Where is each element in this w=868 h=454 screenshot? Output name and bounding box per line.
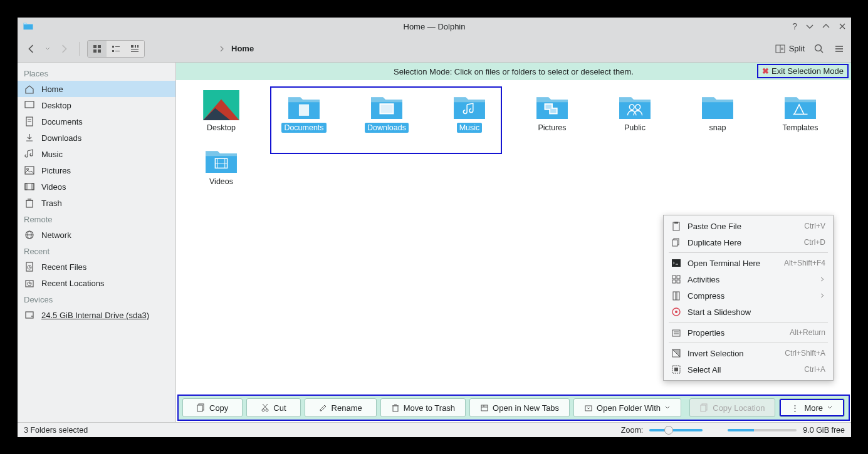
file-item-music[interactable]: Music: [439, 90, 499, 133]
back-button[interactable]: [24, 39, 39, 59]
sidebar-item-label: Recent Locations: [41, 279, 104, 288]
svg-rect-26: [25, 167, 34, 174]
file-item-templates[interactable]: Templates: [770, 90, 830, 133]
open-in-new-tabs-button[interactable]: Open in New Tabs: [469, 398, 570, 417]
svg-rect-31: [26, 200, 33, 207]
rename-button[interactable]: Rename: [305, 398, 377, 417]
sidebar-item-downloads[interactable]: Downloads: [18, 130, 175, 146]
menu-item-compress[interactable]: Compress: [664, 287, 833, 304]
menu-item-activities[interactable]: Activities: [664, 271, 833, 287]
menu-item-invert-selection[interactable]: Invert SelectionCtrl+Shift+A: [664, 345, 833, 361]
file-item-snap[interactable]: snap: [688, 90, 748, 133]
file-item-pictures[interactable]: Pictures: [522, 90, 582, 133]
svg-rect-67: [481, 405, 488, 411]
downloads-icon: [24, 132, 35, 143]
svg-line-62: [263, 404, 268, 409]
cut-button[interactable]: Cut: [246, 398, 300, 417]
svg-rect-74: [674, 222, 678, 224]
svg-point-86: [675, 311, 677, 313]
breadcrumb-home[interactable]: Home: [231, 44, 254, 53]
menu-item-select-all[interactable]: Select AllCtrl+A: [664, 361, 833, 378]
sidebar-item-label: Music: [41, 150, 63, 159]
sidebar-header: Recent: [18, 243, 175, 259]
sidebar-item-desktop[interactable]: Desktop: [18, 97, 175, 113]
breadcrumb[interactable]: Home: [219, 44, 254, 53]
forward-button[interactable]: [56, 39, 71, 59]
menu-item-properties[interactable]: PropertiesAlt+Return: [664, 324, 833, 341]
breadcrumb-separator-icon: [219, 46, 225, 52]
file-item-documents[interactable]: Documents: [274, 90, 334, 133]
sidebar-item-label: Documents: [41, 117, 83, 126]
sidebar-item-label: Trash: [41, 199, 62, 208]
search-button[interactable]: [813, 43, 825, 54]
menu-shortcut: Ctrl+D: [804, 238, 825, 247]
file-item-desktop[interactable]: Desktop: [191, 90, 251, 133]
sidebar-item-24-5-gib-internal-drive-sda3-[interactable]: 24.5 GiB Internal Drive (sda3): [18, 307, 175, 323]
sidebar-item-label: Home: [41, 85, 63, 94]
sidebar-item-network[interactable]: Network: [18, 227, 175, 243]
menu-item-paste-one-file[interactable]: Paste One FileCtrl+V: [664, 218, 833, 234]
folder-icon: [782, 90, 818, 120]
sidebar-item-trash[interactable]: Trash: [18, 195, 175, 211]
svg-rect-7: [115, 51, 120, 51]
minimize-button[interactable]: [806, 23, 813, 30]
menu-item-label: Select All: [688, 365, 798, 374]
selectall-icon: [671, 364, 681, 374]
file-item-videos[interactable]: Videos: [191, 144, 251, 187]
compact-view-button[interactable]: [107, 41, 125, 57]
menu-item-open-terminal-here[interactable]: Open Terminal HereAlt+Shift+F4: [664, 255, 833, 271]
details-view-button[interactable]: [125, 41, 144, 57]
file-label: Videos: [207, 177, 236, 187]
close-button[interactable]: [839, 23, 846, 30]
split-button[interactable]: Split: [775, 44, 805, 54]
sidebar-item-pictures[interactable]: Pictures: [18, 162, 175, 178]
zoom-slider[interactable]: [649, 429, 703, 431]
menu-item-label: Duplicate Here: [688, 238, 798, 247]
icons-view-button[interactable]: [88, 41, 107, 57]
svg-rect-12: [131, 51, 139, 52]
sidebar-header: Remote: [18, 211, 175, 227]
maximize-button[interactable]: [822, 23, 830, 30]
folder-icon: [534, 90, 570, 120]
sidebar-item-label: Downloads: [41, 133, 81, 143]
copy-button[interactable]: Copy: [182, 398, 243, 417]
file-label: Templates: [780, 123, 821, 133]
sidebar-item-home[interactable]: Home: [18, 81, 175, 97]
more-button[interactable]: ⋮More: [779, 398, 845, 417]
svg-rect-46: [380, 105, 392, 113]
move-to-trash-button[interactable]: Move to Trash: [380, 398, 466, 417]
menu-item-start-a-slideshow[interactable]: Start a Slideshow: [664, 304, 833, 320]
svg-point-60: [262, 409, 264, 411]
help-button[interactable]: ?: [792, 21, 797, 31]
sidebar-item-recent-files[interactable]: Recent Files: [18, 259, 175, 275]
view-mode-group: [87, 40, 145, 58]
menu-item-duplicate-here[interactable]: Duplicate HereCtrl+D: [664, 234, 833, 250]
file-label: Pictures: [535, 123, 568, 133]
svg-rect-64: [393, 406, 398, 411]
file-item-downloads[interactable]: Downloads: [357, 90, 417, 133]
svg-rect-76: [672, 240, 677, 246]
close-icon: ✖: [762, 66, 769, 76]
sidebar-item-label: Pictures: [41, 166, 71, 175]
sidebar-item-music[interactable]: Music: [18, 146, 175, 162]
exit-selection-button[interactable]: ✖ Exit Selection Mode: [757, 64, 849, 78]
paste-icon: [671, 221, 681, 231]
svg-rect-44: [299, 105, 308, 115]
svg-rect-9: [135, 45, 136, 48]
open-folder-with-button[interactable]: Open Folder With: [573, 398, 681, 417]
sidebar-item-videos[interactable]: Videos: [18, 178, 175, 195]
drive-icon: [24, 309, 35, 321]
svg-rect-87: [672, 330, 680, 336]
hamburger-menu-button[interactable]: [834, 43, 845, 54]
sidebar-item-label: Desktop: [41, 101, 71, 110]
sidebar-item-recent-locations[interactable]: Recent Locations: [18, 275, 175, 291]
window-title: Home — Dolphin: [404, 22, 466, 31]
file-label: snap: [706, 123, 728, 133]
svg-rect-70: [585, 406, 592, 411]
places-panel: PlacesHomeDesktopDocumentsDownloadsMusic…: [18, 63, 176, 422]
folder-icon: [286, 90, 322, 120]
file-item-public[interactable]: Public: [605, 90, 665, 133]
back-dropdown[interactable]: [40, 39, 55, 59]
file-label: Music: [457, 123, 483, 133]
sidebar-item-documents[interactable]: Documents: [18, 113, 175, 130]
